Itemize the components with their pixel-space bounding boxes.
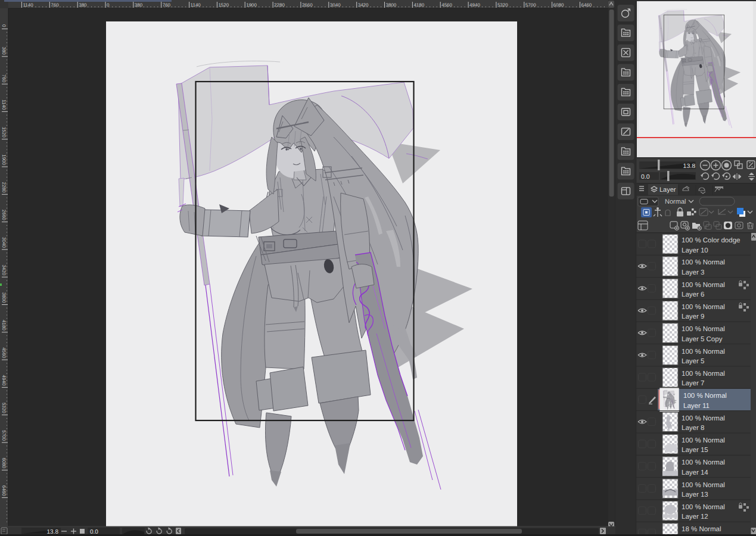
svg-text:4180: 4180 <box>1 320 7 331</box>
svg-text:Layer 6: Layer 6 <box>682 291 704 298</box>
svg-text:100 % Color dodge: 100 % Color dodge <box>682 237 740 244</box>
svg-text:Layer 9: Layer 9 <box>682 313 704 320</box>
svg-text:Layer 15: Layer 15 <box>682 447 708 454</box>
svg-text:Layer 3: Layer 3 <box>682 269 704 276</box>
svg-text:760: 760 <box>163 2 171 8</box>
svg-text:Layer 5: Layer 5 <box>682 358 704 365</box>
svg-text:Layer 5 Copy: Layer 5 Copy <box>682 336 723 343</box>
svg-text:13.8: 13.8 <box>683 163 696 170</box>
svg-text:0.0: 0.0 <box>641 173 650 180</box>
svg-text:3040: 3040 <box>1 237 7 248</box>
svg-text:0: 0 <box>1 24 7 27</box>
svg-text:Layer 11: Layer 11 <box>683 403 710 410</box>
svg-text:2280: 2280 <box>1 182 7 193</box>
svg-text:Layer 14: Layer 14 <box>682 469 708 476</box>
svg-text:100 % Normal: 100 % Normal <box>682 348 725 356</box>
svg-text:100 % Normal: 100 % Normal <box>682 482 725 489</box>
svg-text:100 % Normal: 100 % Normal <box>682 282 725 289</box>
svg-text:100 % Normal: 100 % Normal <box>682 370 725 378</box>
svg-text:100 % Normal: 100 % Normal <box>682 326 725 333</box>
svg-text:Layer 8: Layer 8 <box>682 425 704 432</box>
svg-text:100 % Normal: 100 % Normal <box>682 504 725 511</box>
svg-text:100 % Normal: 100 % Normal <box>682 415 725 422</box>
svg-text:380: 380 <box>1 46 7 55</box>
svg-text:18 % Normal: 18 % Normal <box>682 526 721 533</box>
svg-text:Layer 12: Layer 12 <box>682 513 708 521</box>
svg-text:100 % Normal: 100 % Normal <box>682 459 725 466</box>
svg-text:100 % Normal: 100 % Normal <box>682 304 725 311</box>
svg-text:100 % Normal: 100 % Normal <box>682 437 725 444</box>
svg-text:Layer: Layer <box>659 186 676 194</box>
svg-text:2660: 2660 <box>1 210 7 220</box>
svg-text:5320: 5320 <box>1 403 7 413</box>
svg-text:380: 380 <box>79 2 87 8</box>
svg-text:5700: 5700 <box>1 430 7 441</box>
svg-text:100 % Normal: 100 % Normal <box>683 392 727 400</box>
svg-text:1520: 1520 <box>1 127 7 138</box>
svg-text:4560: 4560 <box>1 347 7 358</box>
svg-text:Layer 10: Layer 10 <box>682 247 708 254</box>
svg-text:6460: 6460 <box>1 485 7 496</box>
svg-text:Layer 13: Layer 13 <box>682 491 708 498</box>
svg-text:1140: 1140 <box>1 99 7 110</box>
svg-text:Normal: Normal <box>665 198 686 205</box>
svg-text:760: 760 <box>1 74 7 83</box>
svg-text:6080: 6080 <box>1 458 7 469</box>
svg-text:3420: 3420 <box>1 264 7 275</box>
svg-text:380: 380 <box>135 2 143 8</box>
svg-text:3800: 3800 <box>1 292 7 303</box>
svg-text:4940: 4940 <box>1 375 7 386</box>
svg-text:760: 760 <box>51 2 59 8</box>
svg-text:Layer 7: Layer 7 <box>682 380 704 387</box>
svg-text:1900: 1900 <box>1 154 7 165</box>
svg-text:100 % Normal: 100 % Normal <box>682 259 725 266</box>
